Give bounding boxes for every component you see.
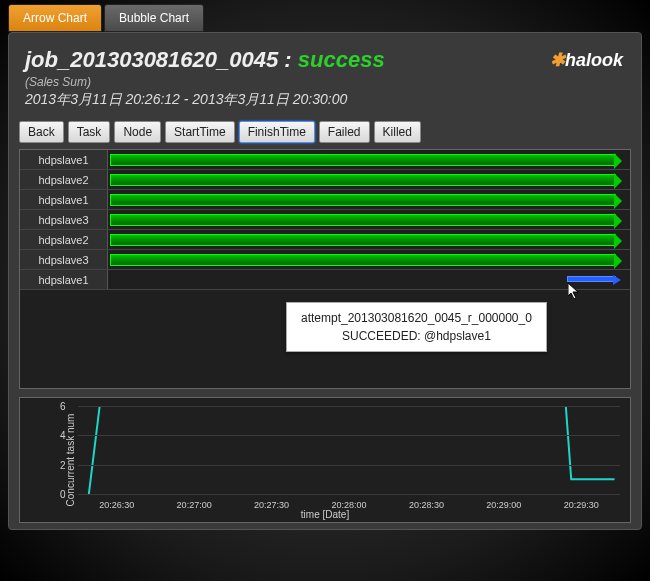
- task-arrow[interactable]: [110, 234, 616, 246]
- row-track[interactable]: [108, 190, 630, 209]
- gear-icon: ✱: [550, 50, 565, 70]
- task-button[interactable]: Task: [68, 121, 111, 143]
- failed-button[interactable]: Failed: [319, 121, 370, 143]
- gridline: [78, 465, 620, 466]
- chart-ylabel: Concurrent task num: [65, 414, 76, 507]
- xtick: 20:29:30: [564, 500, 599, 510]
- gridline: [78, 435, 620, 436]
- ytick: 6: [60, 401, 66, 412]
- task-row: hdpslave1: [20, 190, 630, 210]
- xtick: 20:27:00: [177, 500, 212, 510]
- task-arrow[interactable]: [110, 214, 616, 226]
- xtick: 20:27:30: [254, 500, 289, 510]
- back-button[interactable]: Back: [19, 121, 64, 143]
- row-track[interactable]: [108, 270, 630, 289]
- xtick: 20:28:30: [409, 500, 444, 510]
- chart-xlabel: time [Date]: [301, 509, 349, 520]
- cursor-icon: [568, 283, 580, 299]
- row-label: hdpslave3: [20, 250, 108, 269]
- task-arrow[interactable]: [110, 154, 616, 166]
- node-button[interactable]: Node: [114, 121, 161, 143]
- task-row: hdpslave1: [20, 270, 630, 290]
- task-arrow[interactable]: [110, 194, 616, 206]
- gridline: [78, 494, 620, 495]
- row-label: hdpslave1: [20, 150, 108, 169]
- job-subtitle: (Sales Sum): [25, 75, 625, 89]
- tooltip-line1: attempt_201303081620_0045_r_000000_0: [301, 309, 532, 327]
- killed-button[interactable]: Killed: [374, 121, 421, 143]
- ytick: 2: [60, 459, 66, 470]
- job-id: job_201303081620_0045: [25, 47, 278, 72]
- row-label: hdpslave3: [20, 210, 108, 229]
- task-tooltip: attempt_201303081620_0045_r_000000_0 SUC…: [286, 302, 547, 352]
- xtick: 20:28:00: [331, 500, 366, 510]
- row-track[interactable]: [108, 150, 630, 169]
- task-row: hdpslave2: [20, 170, 630, 190]
- chart-plot: 024620:26:3020:27:0020:27:3020:28:0020:2…: [78, 406, 620, 494]
- row-label: hdpslave2: [20, 230, 108, 249]
- ytick: 4: [60, 430, 66, 441]
- job-status: success: [298, 47, 385, 72]
- tooltip-line2: SUCCEEDED: @hdpslave1: [301, 327, 532, 345]
- gridline: [78, 406, 620, 407]
- task-row: hdpslave1: [20, 150, 630, 170]
- xtick: 20:29:00: [486, 500, 521, 510]
- button-bar: Back Task Node StartTime FinishTime Fail…: [15, 119, 635, 149]
- task-row: hdpslave3: [20, 210, 630, 230]
- task-row: hdpslave3: [20, 250, 630, 270]
- main-panel: job_201303081620_0045 : success (Sales S…: [8, 32, 642, 530]
- job-title: job_201303081620_0045 : success: [25, 47, 625, 73]
- task-arrow-reduce[interactable]: [567, 276, 616, 282]
- starttime-button[interactable]: StartTime: [165, 121, 235, 143]
- task-arrow[interactable]: [110, 254, 616, 266]
- row-label: hdpslave2: [20, 170, 108, 189]
- row-track[interactable]: [108, 250, 630, 269]
- tab-arrow-chart[interactable]: Arrow Chart: [8, 4, 102, 32]
- row-label: hdpslave1: [20, 270, 108, 289]
- row-label: hdpslave1: [20, 190, 108, 209]
- task-arrow[interactable]: [110, 174, 616, 186]
- series-line: [89, 406, 615, 494]
- logo: ✱halook: [550, 49, 623, 71]
- row-track[interactable]: [108, 170, 630, 189]
- logo-text: halook: [565, 50, 623, 70]
- tab-bubble-chart[interactable]: Bubble Chart: [104, 4, 204, 32]
- arrow-chart-area[interactable]: hdpslave1hdpslave2hdpslave1hdpslave3hdps…: [19, 149, 631, 389]
- task-row: hdpslave2: [20, 230, 630, 250]
- xtick: 20:26:30: [99, 500, 134, 510]
- row-track[interactable]: [108, 230, 630, 249]
- ytick: 0: [60, 489, 66, 500]
- line-chart-area[interactable]: Concurrent task num time [Date] 024620:2…: [19, 397, 631, 523]
- finishtime-button[interactable]: FinishTime: [239, 121, 315, 143]
- job-timerange: 2013年3月11日 20:26:12 - 2013年3月11日 20:30:0…: [25, 91, 625, 109]
- job-sep: :: [278, 47, 298, 72]
- row-track[interactable]: [108, 210, 630, 229]
